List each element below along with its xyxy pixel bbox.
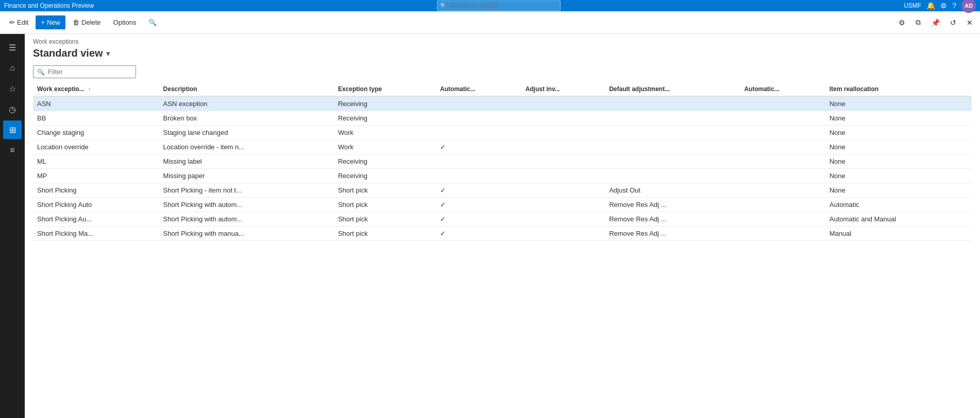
notification-icon[interactable]: 🔔 — [926, 2, 935, 10]
cell-automatic_inv — [436, 169, 521, 183]
cell-automatic_inv: ✓ — [436, 183, 521, 198]
cell-work_exception: Short Picking — [33, 183, 159, 198]
title-bar-left: Finance and Operations Preview — [4, 2, 94, 9]
cell-default_adjustment: Remove Res Adj ... — [605, 212, 740, 227]
pin-button[interactable]: 📌 — [928, 16, 943, 29]
cell-item_reallocation: None — [825, 154, 972, 169]
cell-default_adjustment: Remove Res Adj ... — [605, 198, 740, 212]
table-row[interactable]: BBBroken boxReceivingNone — [33, 111, 972, 126]
cell-automatic — [740, 126, 825, 140]
col-item-reallocation[interactable]: Item reallocation — [825, 82, 972, 96]
title-bar-right: USMF 🔔 ⚙ ? AD — [904, 0, 976, 13]
cell-default_adjustment — [605, 140, 740, 154]
cell-item_reallocation: None — [825, 96, 972, 111]
col-description[interactable]: Description — [159, 82, 334, 96]
cell-automatic — [740, 183, 825, 198]
cell-automatic_inv: ✓ — [436, 198, 521, 212]
cell-adjust_inv — [521, 111, 605, 126]
cell-description: Short Picking with autom... — [159, 212, 334, 227]
delete-icon: 🗑 — [73, 19, 79, 26]
search-cmd-icon: 🔍 — [148, 19, 157, 26]
cell-work_exception: Short Picking Au... — [33, 212, 159, 227]
cell-default_adjustment — [605, 126, 740, 140]
table-row[interactable]: MPMissing paperReceivingNone — [33, 169, 972, 183]
cell-automatic — [740, 154, 825, 169]
col-automatic-inv[interactable]: Automatic... — [436, 82, 521, 96]
settings-icon[interactable]: ⚙ — [940, 2, 947, 10]
cell-work_exception: Short Picking Auto — [33, 198, 159, 212]
global-search-input[interactable] — [437, 1, 561, 11]
cell-item_reallocation: None — [825, 169, 972, 183]
table-row[interactable]: Short Picking Ma...Short Picking with ma… — [33, 227, 972, 241]
cell-item_reallocation: None — [825, 111, 972, 126]
cell-exception_type: Work — [334, 126, 436, 140]
table-row[interactable]: ASNASN exceptionReceivingNone — [33, 96, 972, 111]
cell-description: Short Picking with autom... — [159, 198, 334, 212]
col-exception-type[interactable]: Exception type — [334, 82, 436, 96]
command-bar: ✏ Edit + New 🗑 Delete Options 🔍 ⚙ ⧉ 📌 ↺ … — [0, 11, 980, 34]
sidebar-favorites[interactable]: ☆ — [3, 79, 22, 98]
sidebar-modules[interactable]: ⊞ — [3, 120, 22, 139]
cell-description: Missing label — [159, 154, 334, 169]
delete-button[interactable]: 🗑 Delete — [67, 15, 106, 29]
sidebar-hamburger[interactable]: ☰ — [3, 38, 22, 57]
cell-automatic_inv — [436, 111, 521, 126]
sidebar-home[interactable]: ⌂ — [3, 59, 22, 77]
cell-default_adjustment: Adjust Out — [605, 183, 740, 198]
col-work-exception-label: Work exceptio... — [37, 85, 85, 93]
sidebar-list[interactable]: ≡ — [3, 141, 22, 160]
cell-work_exception: Change staging — [33, 126, 159, 140]
col-default-adjustment[interactable]: Default adjustment... — [605, 82, 740, 96]
table-row[interactable]: Short Picking AutoShort Picking with aut… — [33, 198, 972, 212]
cell-description: Short Picking with manua... — [159, 227, 334, 241]
table-row[interactable]: Short Picking Au...Short Picking with au… — [33, 212, 972, 227]
col-automatic[interactable]: Automatic... — [740, 82, 825, 96]
table-row[interactable]: Short PickingShort Picking - item not t.… — [33, 183, 972, 198]
app-title: Finance and Operations Preview — [4, 2, 94, 9]
cell-item_reallocation: Automatic — [825, 198, 972, 212]
personalize-button[interactable]: ⚙ — [895, 16, 908, 29]
cell-adjust_inv — [521, 140, 605, 154]
cell-automatic — [740, 140, 825, 154]
new-button[interactable]: + New — [36, 15, 65, 29]
open-new-window-button[interactable]: ⧉ — [913, 16, 924, 29]
filter-bar: 🔍 — [33, 65, 972, 78]
help-icon[interactable]: ? — [952, 2, 956, 10]
cell-description: Location override - item n... — [159, 140, 334, 154]
cell-automatic — [740, 169, 825, 183]
search-cmd-button[interactable]: 🔍 — [143, 15, 162, 29]
filter-wrapper: 🔍 — [33, 65, 136, 78]
col-work-exception[interactable]: Work exceptio... ↑ — [33, 82, 159, 96]
options-button[interactable]: Options — [108, 15, 142, 29]
filter-icon: 🔍 — [37, 68, 45, 76]
cell-automatic_inv — [436, 154, 521, 169]
cell-description: Staging lane changed — [159, 126, 334, 140]
user-avatar[interactable]: AD — [961, 0, 976, 13]
refresh-button[interactable]: ↺ — [947, 16, 959, 29]
table-body: ASNASN exceptionReceivingNoneBBBroken bo… — [33, 96, 972, 241]
table-row[interactable]: MLMissing labelReceivingNone — [33, 154, 972, 169]
col-adjust-inv[interactable]: Adjust inv... — [521, 82, 605, 96]
page-title[interactable]: Standard view ▾ — [33, 47, 972, 59]
cell-exception_type: Short pick — [334, 183, 436, 198]
cell-exception_type: Receiving — [334, 96, 436, 111]
cell-adjust_inv — [521, 198, 605, 212]
cell-automatic_inv: ✓ — [436, 212, 521, 227]
cell-description: Missing paper — [159, 169, 334, 183]
close-button[interactable]: ✕ — [964, 16, 976, 29]
edit-button[interactable]: ✏ Edit — [4, 15, 33, 29]
company-label: USMF — [904, 2, 921, 9]
sidebar-recent[interactable]: ◷ — [3, 100, 22, 118]
table-row[interactable]: Change stagingStaging lane changedWorkNo… — [33, 126, 972, 140]
cell-adjust_inv — [521, 96, 605, 111]
cell-default_adjustment — [605, 154, 740, 169]
cell-item_reallocation: None — [825, 183, 972, 198]
cell-exception_type: Short pick — [334, 198, 436, 212]
command-bar-right: ⚙ ⧉ 📌 ↺ ✕ — [895, 16, 976, 29]
filter-input[interactable] — [33, 65, 136, 78]
edit-icon: ✏ — [9, 19, 15, 26]
cell-item_reallocation: None — [825, 140, 972, 154]
table-row[interactable]: Location overrideLocation override - ite… — [33, 140, 972, 154]
cell-automatic_inv: ✓ — [436, 227, 521, 241]
main-content: Work exceptions Standard view ▾ 🔍 Work e… — [25, 34, 980, 418]
